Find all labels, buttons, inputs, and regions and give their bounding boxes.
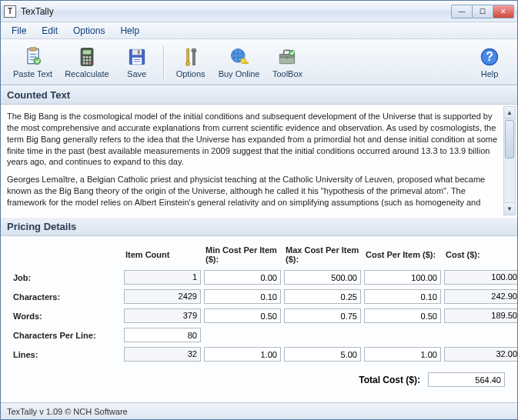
toolbox-button[interactable]: ToolBox: [266, 41, 309, 84]
statusbar: TexTally v 1.09 © NCH Software: [1, 402, 517, 419]
pricing-grid: Item Count Min Cost Per Item ($): Max Co…: [13, 244, 505, 362]
buy-online-button[interactable]: Buy Online: [212, 41, 266, 84]
help-button[interactable]: ? Help: [468, 41, 511, 84]
app-icon: T: [4, 5, 16, 18]
scroll-down-icon[interactable]: ▼: [504, 202, 515, 215]
job-per[interactable]: [364, 270, 441, 285]
row-job-label: Job:: [13, 273, 121, 282]
save-button[interactable]: Save: [115, 41, 159, 84]
recalc-label: Recalculate: [65, 69, 109, 78]
maximize-button[interactable]: ☐: [472, 5, 493, 18]
words-min[interactable]: [204, 308, 281, 323]
job-min[interactable]: [204, 270, 281, 285]
scrollbar[interactable]: ▲ ▼: [503, 106, 516, 215]
words-cost: 189.50: [444, 308, 517, 323]
options-button[interactable]: Options: [169, 41, 212, 84]
paste-label: Paste Text: [13, 69, 52, 78]
svg-rect-15: [132, 49, 142, 55]
lines-max[interactable]: [284, 347, 361, 362]
clipboard-icon: [22, 46, 44, 68]
menu-edit[interactable]: Edit: [34, 24, 65, 38]
text-content[interactable]: The Big Bang is the cosmological model o…: [7, 111, 502, 208]
toolbar: Paste Text Recalculate Save Options Buy …: [1, 39, 517, 85]
col-min-cost: Min Cost Per Item ($):: [204, 244, 281, 265]
menubar: File Edit Options Help: [1, 22, 517, 39]
svg-rect-8: [83, 59, 85, 62]
svg-rect-7: [89, 56, 92, 58]
svg-rect-20: [192, 52, 195, 65]
status-text: TexTally v 1.09 © NCH Software: [7, 407, 128, 416]
scroll-up-icon[interactable]: ▲: [504, 107, 515, 119]
close-button[interactable]: ✕: [493, 5, 514, 18]
lines-min[interactable]: [204, 347, 281, 362]
menu-options[interactable]: Options: [65, 24, 112, 38]
window-title: TexTally: [21, 6, 452, 17]
cpl-count[interactable]: [124, 328, 201, 342]
col-cost: Cost ($):: [444, 248, 517, 261]
row-lines-label: Lines:: [13, 350, 121, 359]
svg-rect-6: [86, 56, 89, 58]
svg-rect-1: [29, 47, 36, 50]
words-max[interactable]: [284, 308, 361, 323]
svg-rect-4: [83, 50, 92, 54]
svg-rect-16: [138, 50, 140, 54]
words-per[interactable]: [364, 308, 441, 323]
chars-cost: 242.90: [444, 289, 517, 304]
total-label: Total Cost ($):: [359, 375, 420, 385]
paragraph-1: The Big Bang is the cosmological model o…: [7, 111, 502, 168]
window-controls: — ☐ ✕: [452, 5, 514, 18]
chars-max[interactable]: [284, 289, 361, 304]
svg-rect-10: [89, 59, 92, 62]
svg-rect-12: [86, 62, 89, 65]
help-icon: ?: [479, 46, 500, 68]
col-max-cost: Max Cost Per Item ($):: [284, 244, 361, 265]
pricing-header: Pricing Details: [1, 217, 517, 236]
app-window: T TexTally — ☐ ✕ File Edit Options Help …: [0, 0, 518, 420]
chars-per[interactable]: [364, 289, 441, 304]
menu-file[interactable]: File: [4, 24, 34, 38]
toolbar-separator: [163, 45, 165, 79]
toolbox-icon: [276, 46, 298, 68]
help-label: Help: [481, 69, 499, 78]
calculator-icon: [76, 46, 98, 68]
globe-key-icon: [229, 46, 250, 68]
svg-rect-17: [132, 57, 142, 64]
buy-label: Buy Online: [219, 69, 260, 78]
pricing-panel: Item Count Min Cost Per Item ($): Max Co…: [1, 236, 517, 402]
floppy-icon: [126, 46, 148, 68]
total-row: Total Cost ($):: [13, 372, 505, 387]
svg-rect-9: [86, 59, 89, 62]
svg-point-26: [286, 56, 289, 58]
text-area: The Big Bang is the cosmological model o…: [1, 105, 517, 217]
job-max[interactable]: [284, 270, 361, 285]
counted-text-header: Counted Text: [1, 85, 517, 105]
words-count: 379: [124, 308, 201, 323]
lines-cost: 32.00: [444, 347, 517, 362]
menu-help[interactable]: Help: [112, 24, 147, 38]
paragraph-2: Georges Lemaître, a Belgian Catholic pri…: [7, 174, 502, 208]
minimize-button[interactable]: —: [451, 5, 473, 18]
paste-text-button[interactable]: Paste Text: [7, 41, 58, 84]
tools-icon: [180, 46, 202, 68]
col-item-count: Item Count: [124, 248, 201, 261]
options-label: Options: [176, 69, 206, 78]
titlebar[interactable]: T TexTally — ☐ ✕: [1, 1, 517, 22]
col-cost-per: Cost Per Item ($):: [364, 248, 441, 261]
save-label: Save: [127, 69, 146, 78]
svg-point-19: [185, 62, 189, 65]
svg-rect-18: [186, 48, 189, 62]
svg-rect-23: [245, 62, 248, 64]
total-value[interactable]: [428, 372, 505, 387]
row-chars-label: Characters:: [13, 292, 121, 302]
job-cost: 100.00: [444, 270, 517, 285]
toolbox-label: ToolBox: [272, 69, 302, 78]
svg-text:?: ?: [486, 50, 493, 63]
svg-rect-13: [89, 62, 92, 65]
job-count: 1: [124, 270, 201, 285]
chars-count: 2429: [124, 289, 201, 304]
scroll-thumb[interactable]: [505, 120, 514, 158]
chars-min[interactable]: [204, 289, 281, 304]
recalculate-button[interactable]: Recalculate: [58, 41, 115, 84]
lines-per[interactable]: [364, 347, 441, 362]
svg-rect-11: [83, 62, 85, 65]
